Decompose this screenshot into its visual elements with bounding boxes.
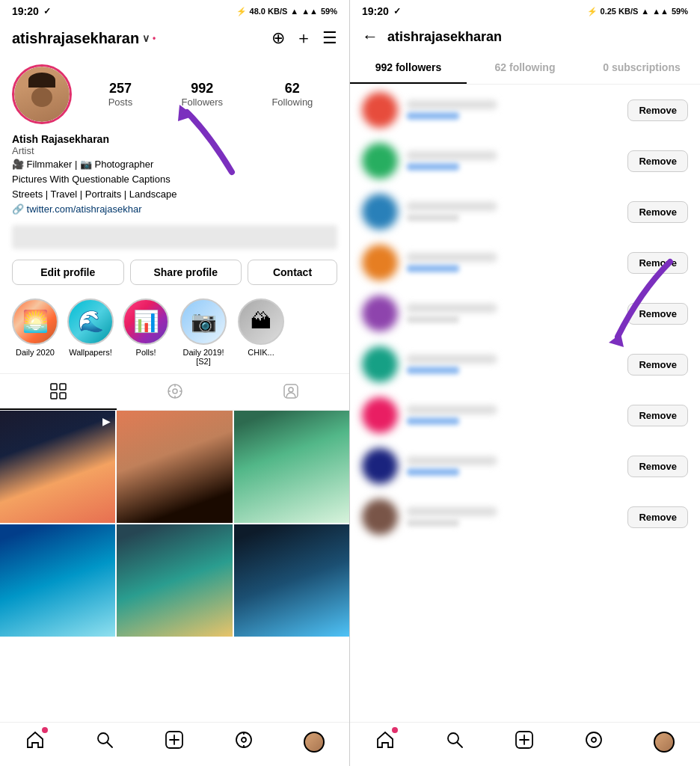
follower-sub-8 xyxy=(407,468,459,476)
follower-name-9 xyxy=(407,507,497,516)
photo-1[interactable] xyxy=(0,411,115,523)
remove-button-1[interactable]: Remove xyxy=(627,99,688,121)
remove-button-8[interactable]: Remove xyxy=(627,456,688,477)
online-dot: • xyxy=(153,33,156,43)
avatar xyxy=(12,64,72,124)
threads-icon[interactable]: ⊕ xyxy=(271,28,285,48)
nav-search-left[interactable] xyxy=(95,730,114,754)
nav-add-left[interactable] xyxy=(165,730,184,754)
nav-home-left[interactable] xyxy=(25,730,45,754)
nav-add-right[interactable] xyxy=(515,730,534,754)
followers-list: Remove Remove Remove Remove xyxy=(350,85,700,722)
tab-subscriptions[interactable]: 0 subscriptions xyxy=(583,52,700,84)
photo-4[interactable] xyxy=(0,524,115,637)
signal-icon-right: ▲▲ xyxy=(652,7,669,16)
remove-button-4[interactable]: Remove xyxy=(627,252,688,274)
contact-button[interactable]: Contact xyxy=(248,260,337,285)
profile-title: Artist xyxy=(12,145,337,156)
tab-reels[interactable] xyxy=(117,374,233,410)
follower-info-8 xyxy=(407,456,618,476)
svg-line-14 xyxy=(107,743,112,748)
svg-line-24 xyxy=(457,743,462,748)
follower-row-3: Remove xyxy=(350,186,700,237)
remove-button-3[interactable]: Remove xyxy=(627,201,688,223)
data-speed: 48.0 KB/S xyxy=(250,7,288,16)
highlight-daily2020[interactable]: 🌅 Daily 2020 xyxy=(12,298,58,366)
bio-link[interactable]: 🔗 twitter.com/atishrajasekhar xyxy=(12,203,337,215)
avatar-image xyxy=(14,67,70,122)
action-buttons: Edit profile Share profile Contact xyxy=(0,254,349,291)
follower-info-4 xyxy=(407,253,618,272)
follower-avatar-1 xyxy=(362,92,398,128)
posts-count: 257 xyxy=(109,81,132,96)
highlight-circle-3: 📊 xyxy=(123,298,169,345)
follower-info-3 xyxy=(407,202,618,221)
stat-following[interactable]: 62 Following xyxy=(271,81,313,108)
remove-button-7[interactable]: Remove xyxy=(627,405,688,426)
highlight-label-4: Daily 2019! [S2] xyxy=(178,348,229,366)
bio-line2: Pictures With Questionable Captions xyxy=(12,173,337,186)
highlight-label-3: Polls! xyxy=(136,348,156,357)
top-nav-left: atishrajasekharan ∨ • ⊕ ＋ ☰ xyxy=(0,21,349,55)
share-profile-button[interactable]: Share profile xyxy=(130,260,242,285)
nav-reels-left[interactable] xyxy=(234,730,254,754)
status-bar-left: 19:20 ✓ ⚡ 48.0 KB/S ▲ ▲▲ 59% xyxy=(0,0,349,21)
follower-info-9 xyxy=(407,507,618,527)
svg-point-5 xyxy=(173,389,177,393)
nav-home-right[interactable] xyxy=(375,730,395,754)
follower-name-1 xyxy=(407,100,497,109)
follower-sub-6 xyxy=(407,367,459,374)
nav-reels-right[interactable] xyxy=(584,730,604,754)
profile-section: 257 Posts 992 Followers 62 Following xyxy=(0,55,349,130)
remove-button-6[interactable]: Remove xyxy=(627,354,688,376)
follower-row-7: Remove xyxy=(350,390,700,441)
followers-label: Followers xyxy=(181,96,223,108)
highlights-row: 🌅 Daily 2020 🌊 Wallpapers! 📊 Polls! 📷 Da… xyxy=(0,291,349,373)
followers-tabs: 992 followers 62 following 0 subscriptio… xyxy=(350,52,700,85)
highlight-daily2019[interactable]: 📷 Daily 2019! [S2] xyxy=(178,298,229,366)
following-label: Following xyxy=(271,96,313,108)
nav-profile-right[interactable] xyxy=(654,732,675,753)
follower-sub-4 xyxy=(407,265,459,272)
follower-row-8: Remove xyxy=(350,441,700,491)
stat-followers[interactable]: 992 Followers xyxy=(181,81,223,108)
menu-icon[interactable]: ☰ xyxy=(322,28,337,48)
right-username: atishrajasekharan xyxy=(387,29,502,45)
tab-following[interactable]: 62 following xyxy=(467,52,583,84)
follower-sub-3 xyxy=(407,214,459,221)
remove-button-5[interactable]: Remove xyxy=(627,303,688,325)
time-left: 19:20 xyxy=(12,5,39,17)
battery-left: 59% xyxy=(321,7,337,16)
svg-point-29 xyxy=(592,738,596,742)
add-post-icon[interactable]: ＋ xyxy=(295,27,312,49)
remove-button-2[interactable]: Remove xyxy=(627,150,688,172)
back-button[interactable]: ← xyxy=(362,27,378,46)
highlight-chik[interactable]: 🏔 CHIK... xyxy=(238,298,284,366)
follower-row-4: Remove xyxy=(350,237,700,288)
follower-name-3 xyxy=(407,202,497,211)
highlight-circle-4: 📷 xyxy=(180,298,227,345)
photo-2[interactable] xyxy=(117,411,232,523)
photo-3[interactable] xyxy=(234,411,349,523)
time-right: 19:20 xyxy=(362,5,389,17)
remove-button-9[interactable]: Remove xyxy=(627,506,688,528)
follower-info-7 xyxy=(407,405,618,425)
follower-sub-9 xyxy=(407,519,459,527)
highlight-wallpapers[interactable]: 🌊 Wallpapers! xyxy=(67,298,114,366)
svg-rect-1 xyxy=(60,384,66,390)
edit-profile-button[interactable]: Edit profile xyxy=(12,260,124,285)
nav-profile-left[interactable] xyxy=(304,732,325,753)
stats-row: 257 Posts 992 Followers 62 Following xyxy=(84,81,337,108)
tab-followers[interactable]: 992 followers xyxy=(350,52,467,84)
nav-avatar-left xyxy=(304,732,325,753)
username-dropdown[interactable]: atishrajasekharan ∨ • xyxy=(12,30,265,47)
wifi-icon-right: ▲ xyxy=(641,7,649,16)
photo-5[interactable] xyxy=(117,524,232,637)
highlight-polls[interactable]: 📊 Polls! xyxy=(123,298,169,366)
follower-sub-7 xyxy=(407,417,459,425)
nav-search-right[interactable] xyxy=(445,730,464,754)
tab-tagged[interactable] xyxy=(233,374,349,410)
follower-sub-5 xyxy=(407,316,459,323)
tab-grid[interactable] xyxy=(0,374,117,410)
photo-6[interactable] xyxy=(234,524,349,637)
